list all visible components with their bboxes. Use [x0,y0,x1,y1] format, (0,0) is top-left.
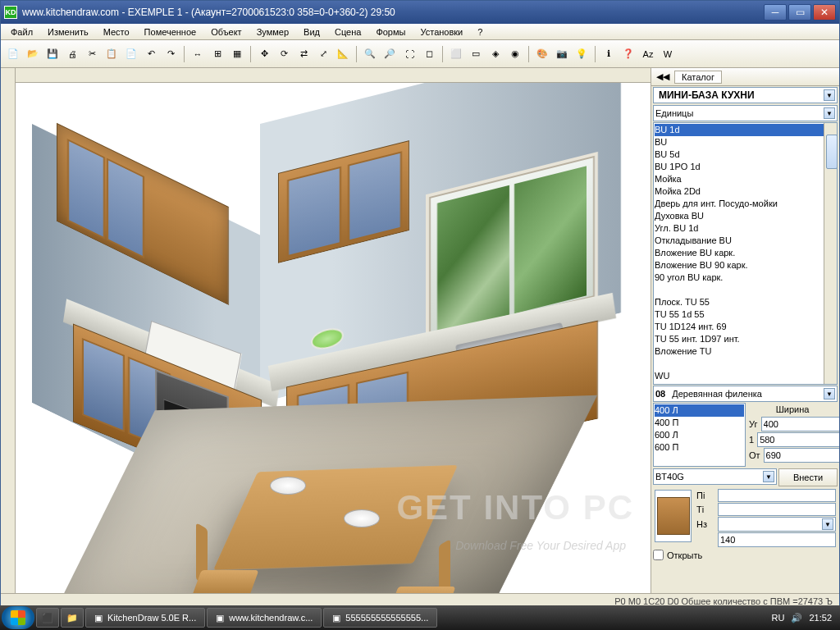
view-persp-icon[interactable]: ◉ [506,45,524,63]
list-item[interactable]: BU 1d [655,124,836,136]
chevron-down-icon[interactable]: ▼ [824,388,835,399]
list-item[interactable]: Дверь для инт. Посудо-мойки [655,198,836,210]
menu-установки[interactable]: Установки [413,25,469,39]
sizes-list[interactable]: 400 Л400 П600 Л600 П [653,403,746,467]
menu-?[interactable]: ? [471,25,489,39]
list-item[interactable]: WU [655,370,836,382]
list-item[interactable]: BU 5d [655,148,836,161]
dim-1-input[interactable] [757,432,839,447]
list-item[interactable]: WU [655,382,836,385]
list-item[interactable]: Мойка [655,173,836,185]
cut-icon[interactable]: ✂ [83,45,101,63]
save-icon[interactable]: 💾 [43,45,62,63]
redo-icon[interactable]: ↷ [162,45,180,63]
list-item[interactable]: BU [655,136,836,148]
items-list[interactable]: BU 1dBUBU 5dBU 1PO 1dМойкаМойка 2DdДверь… [653,122,838,385]
list-item[interactable] [655,284,836,296]
list-item[interactable]: Плоск. TU 55 [655,296,836,308]
database-combo[interactable]: МИНИ-БАЗА КУХНИ ▼ [653,87,838,103]
list-item[interactable] [655,358,836,370]
quick-launch-icon[interactable]: ⬛ [36,608,59,628]
list-item[interactable]: Вложение BU 90 карк. [655,259,836,272]
list-item[interactable]: Духовка BU [655,210,836,222]
chevron-down-icon[interactable]: ▼ [824,89,835,101]
minimize-button[interactable]: ─ [764,4,787,21]
menu-место[interactable]: Место [97,25,136,39]
3d-viewport[interactable]: GET INTO PC Download Free Your Desired A… [16,83,651,593]
list-item[interactable]: TU 1D124 инт. 69 [655,321,836,333]
chevron-down-icon[interactable]: ▼ [824,107,835,119]
menu-помеченное[interactable]: Помеченное [138,25,203,39]
view-front-icon[interactable]: ▭ [467,45,485,63]
menu-зуммер[interactable]: Зуммер [250,25,295,39]
dim-ug-input[interactable] [761,417,839,431]
help-icon[interactable]: ❓ [619,45,637,63]
dim-icon[interactable]: ↔ [189,45,207,63]
taskbar-item[interactable]: ▣555555555555555... [323,608,437,628]
start-button[interactable] [2,606,34,629]
list-item[interactable]: TU 55 1d 55 [655,308,836,321]
menu-вид[interactable]: Вид [297,25,326,39]
zoom-in-icon[interactable]: 🔍 [361,45,379,63]
tab-catalog[interactable]: Каталог [674,71,722,84]
list-item[interactable]: 600 П [655,441,744,454]
tray-lang[interactable]: RU [772,613,785,623]
rotate-icon[interactable]: ⟳ [275,45,293,63]
collapse-icon[interactable]: ◀◀ [656,71,669,82]
render-icon[interactable]: 🎨 [533,45,551,63]
menu-файл[interactable]: Файл [4,25,39,39]
az-icon[interactable]: Az [639,45,657,63]
t-swatch[interactable] [718,503,836,516]
list-item[interactable]: BU 1PO 1d [655,161,836,173]
new-icon[interactable]: 📄 [4,45,22,63]
list-item[interactable]: 400 П [655,417,744,429]
quick-launch-icon[interactable]: 📁 [61,608,84,628]
open-icon[interactable]: 📂 [24,45,42,63]
camera-icon[interactable]: 📷 [553,45,571,63]
undo-icon[interactable]: ↶ [142,45,160,63]
close-button[interactable]: ✕ [813,4,836,21]
list-item[interactable]: 90 угол BU карк. [655,272,836,284]
maximize-button[interactable]: ▭ [788,4,811,21]
view-top-icon[interactable]: ⬜ [447,45,465,63]
view-iso-icon[interactable]: ◈ [486,45,504,63]
open-checkbox[interactable] [653,550,664,560]
list-item[interactable]: TU 55 инт. 1D97 инт. [655,333,836,345]
dim-ot-input[interactable] [764,448,839,463]
scale-icon[interactable]: ⤢ [314,45,332,63]
snap-icon[interactable]: ⊞ [208,45,226,63]
taskbar-item[interactable]: ▣KitchenDraw 5.0E R... [85,608,205,628]
list-item[interactable]: 400 Л [655,404,744,417]
move-icon[interactable]: ✥ [255,45,273,63]
list-item[interactable]: Мойка 2Dd [655,185,836,198]
mirror-icon[interactable]: ⇄ [294,45,313,63]
paste-icon[interactable]: 📄 [122,45,140,63]
www-icon[interactable]: W [659,45,677,63]
scrollbar[interactable] [824,123,837,384]
list-item[interactable]: Угл. BU 1d [655,222,836,235]
menu-формы[interactable]: Формы [369,25,412,39]
menu-изменить[interactable]: Изменить [41,25,95,39]
light-icon[interactable]: 💡 [573,45,591,63]
list-item[interactable]: Вложение BU карк. [655,247,836,259]
menu-объект[interactable]: Объект [204,25,248,39]
tray-icon[interactable]: 🔊 [791,613,802,623]
zoom-win-icon[interactable]: ◻ [420,45,438,63]
list-item[interactable]: Вложение TU [655,345,836,358]
hz-combo[interactable]: ▼ [718,517,836,532]
hz-input[interactable] [718,532,836,547]
chevron-down-icon[interactable]: ▼ [822,518,833,530]
apply-button[interactable]: Внести [778,468,838,486]
zoom-fit-icon[interactable]: ⛶ [400,45,418,63]
print-icon[interactable]: 🖨 [63,45,81,63]
units-combo[interactable]: Единицы ▼ [653,105,838,121]
info-icon[interactable]: ℹ [600,45,618,63]
list-item[interactable]: 600 Л [655,429,744,441]
copy-icon[interactable]: 📋 [103,45,121,63]
menu-сцена[interactable]: Сцена [328,25,368,39]
grid-icon[interactable]: ▦ [228,45,246,63]
zoom-out-icon[interactable]: 🔎 [381,45,399,63]
p-swatch[interactable] [718,489,836,502]
model-combo[interactable]: BT40G ▼ [653,468,777,485]
style-combo[interactable]: 08 Деревянная филенка ▼ [653,386,838,402]
